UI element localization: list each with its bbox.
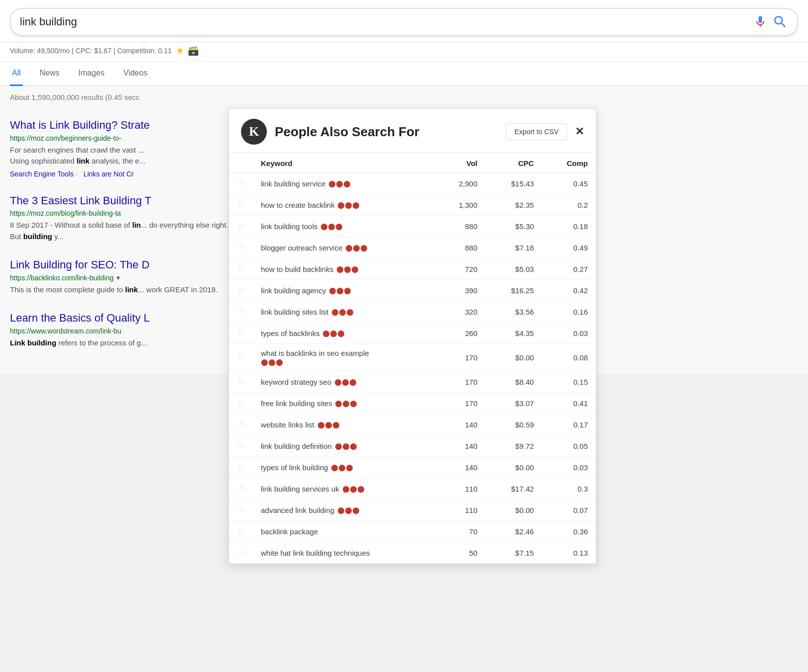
comp-cell: 0.41 [542,393,596,414]
table-row: ☆types of backlinks⬤⬤⬤260$4.350.03 [229,323,596,344]
keyword-cell: types of backlinks⬤⬤⬤ [253,323,435,344]
result-url: https://backlinko.com/link-building ▼ [10,274,239,282]
row-star-icon[interactable]: ☆ [237,420,245,429]
difficulty-icon: ⬤⬤⬤ [331,308,354,316]
result-title[interactable]: The 3 Easiest Link Building T [10,194,152,207]
comp-cell: 0.18 [542,216,596,237]
pasf-k-icon: K [241,119,267,145]
stats-text: Volume: 49,500/mo | CPC: $1.67 | Competi… [10,47,172,55]
keyword-cell: link building service⬤⬤⬤ [253,173,435,194]
row-star-icon[interactable]: ☆ [237,377,245,387]
row-star-icon[interactable]: ☆ [237,221,245,231]
cpc-cell: $0.00 [485,457,542,478]
result-url: https://moz.com/blog/link-building-ta [10,209,239,217]
search-icon[interactable] [772,14,788,30]
keyword-cell: how to create backlink⬤⬤⬤ [253,194,435,216]
cpc-cell: $17.42 [485,478,542,500]
row-star-icon[interactable]: ☆ [237,264,245,274]
close-button[interactable]: ✕ [575,125,584,138]
vol-cell: 320 [435,301,485,323]
pasf-title: People Also Search For [275,124,506,140]
tab-news[interactable]: News [38,62,62,86]
row-star-icon[interactable]: ☆ [237,352,245,362]
keyword-text: link building services uk [261,485,339,493]
comp-cell: 0.45 [542,173,596,194]
result-item: What is Link Building? Strate https://mo… [10,118,239,178]
row-star-icon[interactable]: ☆ [237,441,245,451]
keyword-text: how to build backlinks [261,265,333,273]
row-star-icon[interactable]: ☆ [237,484,245,494]
comp-cell: 0.49 [542,237,596,258]
comp-cell: 0.42 [542,280,596,301]
row-star-icon[interactable]: ☆ [237,285,245,295]
result-snippet: For search engines that crawl the vast .… [10,145,239,167]
difficulty-icon: ⬤⬤⬤ [337,506,360,514]
search-input-wrapper [10,8,798,36]
cpc-cell: $9.72 [485,435,542,457]
table-row: ☆types of link building⬤⬤⬤140$0.000.03 [229,457,596,478]
dropdown-arrow-icon[interactable]: ▼ [116,275,121,281]
table-row: ☆link building services uk⬤⬤⬤110$17.420.… [229,478,596,500]
comp-cell: 0.05 [542,435,596,457]
search-input[interactable] [20,15,753,28]
keyword-cell: link building services uk⬤⬤⬤ [253,478,435,500]
cpc-cell: $2.35 [485,194,542,216]
difficulty-icon: ⬤⬤⬤ [329,287,351,294]
keyword-text: how to create backlink [261,201,334,209]
row-star-icon[interactable]: ☆ [237,307,245,317]
sublink[interactable]: Links are Not Cr [83,170,134,178]
row-star-icon[interactable]: ☆ [237,328,245,338]
table-row: ☆how to create backlink⬤⬤⬤1,300$2.350.2 [229,194,596,216]
result-title[interactable]: Link Building for SEO: The D [10,258,150,271]
vol-cell: 720 [435,258,485,280]
result-item: Link Building for SEO: The D https://bac… [10,258,239,295]
table-row: ☆what is backlinks in seo example⬤⬤⬤170$… [229,344,596,371]
vol-cell: 2,900 [435,173,485,194]
row-star-icon[interactable]: ☆ [237,178,245,188]
row-star-icon[interactable]: ☆ [237,526,245,536]
comp-cell: 0.17 [542,414,596,435]
row-star-icon[interactable]: ☆ [237,462,245,472]
keyword-text: keyword strategy seo [261,378,331,386]
comp-cell: 0.27 [542,258,596,280]
cpc-cell: $15.43 [485,173,542,194]
keyword-text: what is backlinks in seo example [261,349,369,357]
tab-images[interactable]: Images [77,62,106,86]
row-star-icon[interactable]: ☆ [237,505,245,515]
favorite-star-icon[interactable]: ★ [176,45,184,56]
cpc-cell: $16.25 [485,280,542,301]
table-row: ☆link building definition⬤⬤⬤140$9.720.05 [229,435,596,457]
pasf-table: Keyword Vol CPC Comp ☆link building serv… [229,153,596,564]
cpc-cell: $5.30 [485,216,542,237]
row-star-icon[interactable]: ☆ [237,398,245,408]
keyword-text: types of backlinks [261,329,320,337]
vol-cell: 880 [435,216,485,237]
comp-cell: 0.03 [542,457,596,478]
vol-cell: 50 [435,542,485,564]
row-star-icon[interactable]: ☆ [237,243,245,252]
export-csv-button[interactable]: Export to CSV [506,123,567,140]
tab-videos[interactable]: Videos [121,62,150,86]
keyword-cell: white hat link building techniques [253,542,435,564]
pasf-k-letter: K [249,124,259,139]
tab-all[interactable]: All [10,62,23,86]
table-row: ☆keyword strategy seo⬤⬤⬤170$8.400.15 [229,371,596,393]
keyword-cell: advanced link building⬤⬤⬤ [253,500,435,521]
col-cpc: CPC [485,153,542,173]
difficulty-icon: ⬤⬤⬤ [342,485,365,493]
row-star-icon[interactable]: ☆ [237,548,245,558]
keyword-text: link building service [261,179,325,188]
difficulty-icon: ⬤⬤⬤ [335,400,357,407]
result-url: https://moz.com/beginners-guide-to- [10,134,239,142]
cpc-cell: $7.18 [485,237,542,258]
result-title[interactable]: What is Link Building? Strate [10,119,150,131]
sublink[interactable]: Search Engine Tools [10,170,74,178]
keyword-cell: website links list⬤⬤⬤ [253,414,435,435]
result-title[interactable]: Learn the Basics of Quality L [10,312,150,324]
row-star-icon[interactable]: ☆ [237,200,245,210]
cpc-cell: $4.35 [485,323,542,344]
cpc-cell: $5.03 [485,258,542,280]
keyword-text: types of link building [261,463,328,472]
mic-icon[interactable] [753,15,767,29]
table-row: ☆website links list⬤⬤⬤140$0.590.17 [229,414,596,435]
